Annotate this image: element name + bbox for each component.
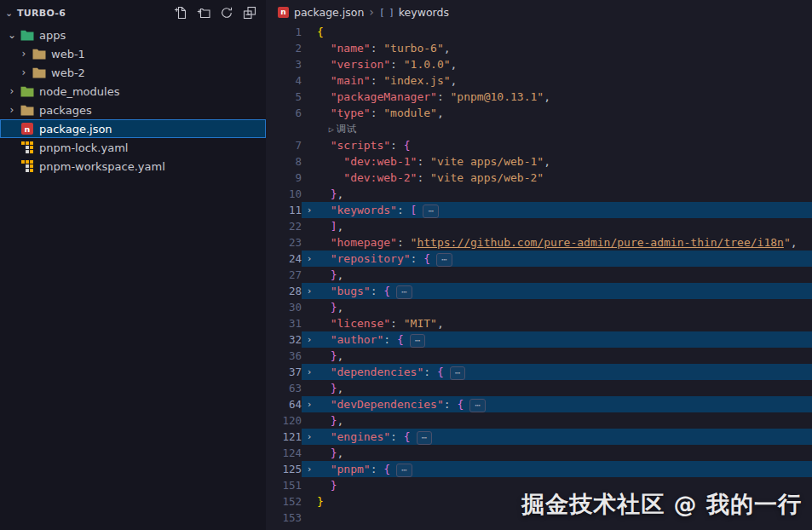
chevron-right-icon[interactable]: › — [5, 85, 19, 97]
token-pun: : — [390, 58, 404, 71]
folded-code-ellipsis[interactable]: ⋯ — [450, 366, 466, 380]
folded-code-ellipsis[interactable]: ⋯ — [436, 253, 452, 267]
token-key: "type" — [331, 107, 371, 119]
code-line-23: 23 "homepage": "https://github.com/pure-… — [266, 234, 812, 251]
code-text: }, — [317, 445, 343, 461]
code-line-6: 6 "type": "module", — [266, 105, 812, 121]
code-text: }, — [317, 267, 343, 283]
fold-spacer — [302, 170, 317, 186]
explorer-item-label: packages — [39, 104, 92, 117]
explorer-item-label: web-2 — [51, 66, 85, 79]
explorer-item-label: web-1 — [51, 48, 85, 60]
code-area[interactable]: 1{2 "name": "turbo-6",3 "version": "1.0.… — [266, 24, 812, 526]
token-pun: , — [337, 268, 343, 281]
explorer-item-label: node_modules — [39, 85, 119, 98]
fold-chevron-icon[interactable]: › — [302, 364, 317, 380]
fold-spacer — [302, 40, 317, 56]
token-pun: , — [337, 349, 343, 362]
fold-chevron-icon[interactable]: › — [302, 283, 317, 299]
token-b1: { — [404, 430, 411, 443]
explorer-item-package.json[interactable]: npackage.json — [0, 119, 266, 138]
collapse-folders-button[interactable] — [242, 5, 257, 20]
line-number: 6 — [266, 105, 302, 121]
code-line-37: 37› "dependencies": {⋯ — [266, 364, 812, 380]
code-line-151: 151 } — [266, 477, 812, 493]
app-root: ⌄ TURBO-6 ⌄apps›web-1›web-2›node_modules… — [0, 0, 812, 530]
line-number: 10 — [266, 186, 302, 202]
fold-spacer — [302, 72, 317, 89]
line-number: 152 — [266, 493, 302, 510]
new-folder-button[interactable] — [196, 5, 211, 20]
code-line-120: 120 }, — [266, 412, 812, 429]
fold-spacer — [302, 186, 317, 202]
breadcrumb-symbol[interactable]: keywords — [399, 6, 449, 19]
chevron-right-icon[interactable]: › — [17, 48, 31, 60]
code-text: "bugs": {⋯ — [317, 283, 412, 299]
fold-chevron-icon[interactable]: › — [302, 461, 317, 477]
code-text: }, — [317, 380, 343, 396]
token-url[interactable]: https://github.com/pure-admin/pure-admin… — [417, 236, 783, 249]
code-text: "packageManager": "pnpm@10.13.1", — [317, 89, 550, 105]
explorer-item-pnpm-workspace.yaml[interactable]: pnpm-workspace.yaml — [0, 157, 266, 176]
code-text: "scripts": { — [317, 137, 411, 153]
explorer-item-label: apps — [39, 29, 66, 42]
token-key: "engines" — [331, 430, 390, 443]
code-line-36: 36 }, — [266, 348, 812, 364]
explorer-item-web-1[interactable]: ›web-1 — [0, 44, 266, 63]
line-number: 37 — [266, 364, 302, 380]
pnpm-icon — [19, 141, 36, 153]
token-str: "vite apps/web-2" — [430, 171, 544, 184]
folded-code-ellipsis[interactable]: ⋯ — [410, 334, 426, 348]
token-b1: { — [423, 252, 430, 265]
token-pun: : — [390, 430, 404, 443]
explorer-section-title[interactable]: TURBO-6 — [17, 8, 66, 19]
fold-spacer — [302, 445, 317, 461]
code-line-125: 125› "pnpm": {⋯ — [266, 461, 812, 477]
explorer-header: ⌄ TURBO-6 — [0, 0, 266, 26]
fold-chevron-icon[interactable]: › — [302, 251, 317, 267]
explorer-item-apps[interactable]: ⌄apps — [0, 26, 266, 44]
token-str: "turbo-6" — [383, 42, 443, 55]
token-b1: { — [397, 333, 404, 346]
folded-code-ellipsis[interactable]: ⋯ — [396, 285, 412, 299]
fold-spacer — [302, 348, 317, 364]
line-number: 1 — [266, 24, 302, 40]
fold-spacer — [302, 380, 317, 396]
folded-code-ellipsis[interactable]: ⋯ — [423, 205, 439, 218]
chevron-down-icon[interactable]: ⌄ — [5, 29, 19, 41]
folded-code-ellipsis[interactable]: ⋯ — [469, 399, 486, 412]
explorer-sidebar: ⌄ TURBO-6 ⌄apps›web-1›web-2›node_modules… — [0, 0, 266, 530]
token-key: "scripts" — [331, 139, 390, 152]
folded-code-ellipsis[interactable]: ⋯ — [417, 431, 433, 445]
token-str: "module" — [383, 107, 437, 119]
chevron-right-icon[interactable]: › — [17, 66, 31, 78]
codelens-label[interactable]: ▷调试 — [317, 121, 356, 137]
folder-node-icon — [19, 86, 36, 97]
fold-chevron-icon[interactable]: › — [302, 202, 317, 218]
fold-chevron-icon[interactable]: › — [302, 396, 317, 412]
explorer-item-pnpm-lock.yaml[interactable]: pnpm-lock.yaml — [0, 138, 266, 157]
fold-chevron-icon[interactable]: › — [302, 331, 317, 348]
folded-code-ellipsis[interactable]: ⋯ — [396, 464, 412, 477]
fold-chevron-icon[interactable]: › — [302, 429, 317, 445]
token-pun: : — [397, 236, 411, 249]
line-number: 120 — [266, 412, 302, 429]
chevron-down-icon[interactable]: ⌄ — [5, 8, 17, 19]
line-number: 8 — [266, 153, 302, 170]
token-pun: : — [423, 366, 437, 378]
new-file-button[interactable] — [173, 5, 188, 20]
breadcrumb-file[interactable]: package.json — [294, 6, 364, 19]
token-key: "pnpm" — [331, 463, 371, 475]
explorer-item-packages[interactable]: ›packages — [0, 101, 266, 119]
refresh-explorer-button[interactable] — [219, 5, 234, 20]
token-key: "dev:web-1" — [343, 155, 417, 168]
explorer-item-web-2[interactable]: ›web-2 — [0, 63, 266, 82]
chevron-right-icon[interactable]: › — [5, 104, 19, 116]
npm-icon: n — [19, 123, 36, 135]
line-number: 151 — [266, 477, 302, 493]
token-key: "author" — [331, 333, 384, 346]
fold-spacer — [302, 137, 317, 153]
explorer-item-node_modules[interactable]: ›node_modules — [0, 82, 266, 101]
code-text: { — [317, 24, 324, 40]
code-text: "dev:web-2": "vite apps/web-2" — [317, 170, 544, 186]
